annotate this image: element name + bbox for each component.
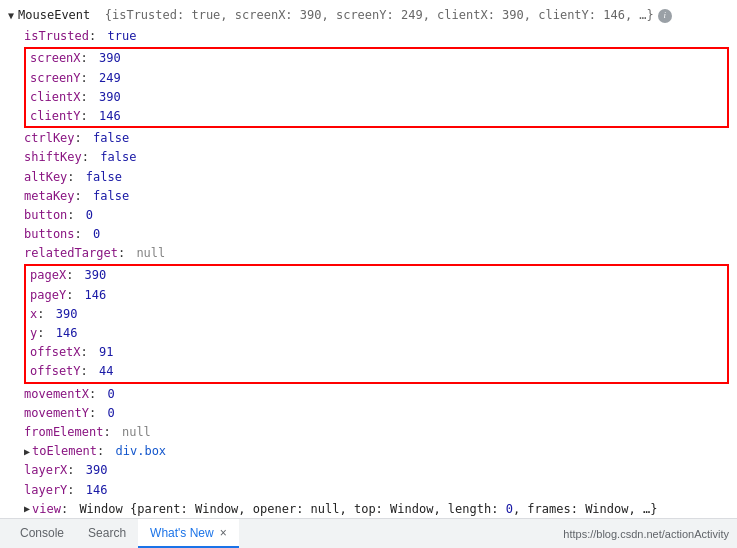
property-row: pageY: 146 [30,286,723,305]
property-value: 146 [56,324,78,343]
property-value: 0 [107,404,114,423]
property-value: 0 [93,225,100,244]
property-row: screenY: 249 [30,69,723,88]
tab-whats-new[interactable]: What's New × [138,519,239,548]
property-value: 44 [99,362,113,381]
property-value: true [107,27,136,46]
property-row: clientY: 146 [30,107,723,126]
highlight-group-2: pageX: 390 pageY: 146 x: 390 y: 146 offs… [24,264,729,383]
property-name: button [24,206,67,225]
property-name: screenX [30,49,81,68]
property-name: clientX [30,88,81,107]
property-name: ctrlKey [24,129,75,148]
property-value: 390 [56,305,78,324]
property-row-expandable[interactable]: ▶ view: Window {parent: Window, opener: … [24,500,729,518]
property-row: clientX: 390 [30,88,723,107]
property-value: 0 [86,206,93,225]
property-value: 146 [86,481,108,500]
property-value: Window {parent: Window, opener: null, to… [79,500,657,518]
property-value: 249 [99,69,121,88]
tab-console-label: Console [20,526,64,540]
tab-console[interactable]: Console [8,519,76,548]
property-value: false [93,129,129,148]
property-name: offsetX [30,343,81,362]
collapse-triangle[interactable]: ▼ [8,8,14,24]
property-row: pageX: 390 [30,266,723,285]
property-name: y [30,324,37,343]
property-row: y: 146 [30,324,723,343]
tab-search-label: Search [88,526,126,540]
property-name: offsetY [30,362,81,381]
property-name: x [30,305,37,324]
property-row: shiftKey: false [24,148,729,167]
property-name: movementX [24,385,89,404]
property-row: movementX: 0 [24,385,729,404]
property-row: screenX: 390 [30,49,723,68]
property-name: shiftKey [24,148,82,167]
property-name: view [32,500,61,518]
property-row: layerY: 146 [24,481,729,500]
property-value: 91 [99,343,113,362]
property-name: metaKey [24,187,75,206]
property-name: isTrusted [24,27,89,46]
property-row: isTrusted: true [24,27,729,46]
property-value: null [136,244,165,263]
property-value: 390 [85,266,107,285]
property-row: relatedTarget: null [24,244,729,263]
property-row: metaKey: false [24,187,729,206]
property-row: offsetY: 44 [30,362,723,381]
property-value: 146 [85,286,107,305]
property-name: altKey [24,168,67,187]
property-list: isTrusted: true screenX: 390 screenY: 24… [8,27,729,518]
property-value: 390 [99,49,121,68]
object-header[interactable]: ▼ MouseEvent {isTrusted: true, screenX: … [8,4,729,27]
tab-close-button[interactable]: × [220,526,227,540]
property-row: movementY: 0 [24,404,729,423]
property-value: false [93,187,129,206]
property-row: altKey: false [24,168,729,187]
property-value: 146 [99,107,121,126]
property-value: 390 [86,461,108,480]
property-row: offsetX: 91 [30,343,723,362]
object-constructor: MouseEvent [18,8,97,22]
property-name: layerX [24,461,67,480]
info-icon[interactable]: i [658,9,672,23]
property-name: relatedTarget [24,244,118,263]
tab-whats-new-label: What's New [150,526,214,540]
expand-triangle-icon[interactable]: ▶ [24,501,30,517]
property-row: x: 390 [30,305,723,324]
property-name: toElement [32,442,97,461]
property-row-expandable[interactable]: ▶ toElement: div.box [24,442,729,461]
property-name: layerY [24,481,67,500]
property-name: buttons [24,225,75,244]
expand-triangle-icon[interactable]: ▶ [24,444,30,460]
property-value: 390 [99,88,121,107]
highlight-group-1: screenX: 390 screenY: 249 clientX: 390 c… [24,47,729,128]
property-value: false [86,168,122,187]
property-name: screenY [30,69,81,88]
property-name: clientY [30,107,81,126]
property-name: pageX [30,266,66,285]
property-row: fromElement: null [24,423,729,442]
property-row: button: 0 [24,206,729,225]
property-name: pageY [30,286,66,305]
property-value: false [100,148,136,167]
property-name: fromElement [24,423,103,442]
property-value: null [122,423,151,442]
property-value-link[interactable]: div.box [116,442,167,461]
toolbar-url: https://blog.csdn.net/actionActivity [563,528,729,540]
property-row: buttons: 0 [24,225,729,244]
property-value: 0 [107,385,114,404]
devtools-console-panel: ▼ MouseEvent {isTrusted: true, screenX: … [0,0,737,518]
object-preview: {isTrusted: true, screenX: 390, screenY:… [105,8,654,22]
property-name: movementY [24,404,89,423]
tab-search[interactable]: Search [76,519,138,548]
property-row: ctrlKey: false [24,129,729,148]
devtools-toolbar: Console Search What's New × https://blog… [0,518,737,548]
property-row: layerX: 390 [24,461,729,480]
object-title: MouseEvent {isTrusted: true, screenX: 39… [18,6,654,25]
